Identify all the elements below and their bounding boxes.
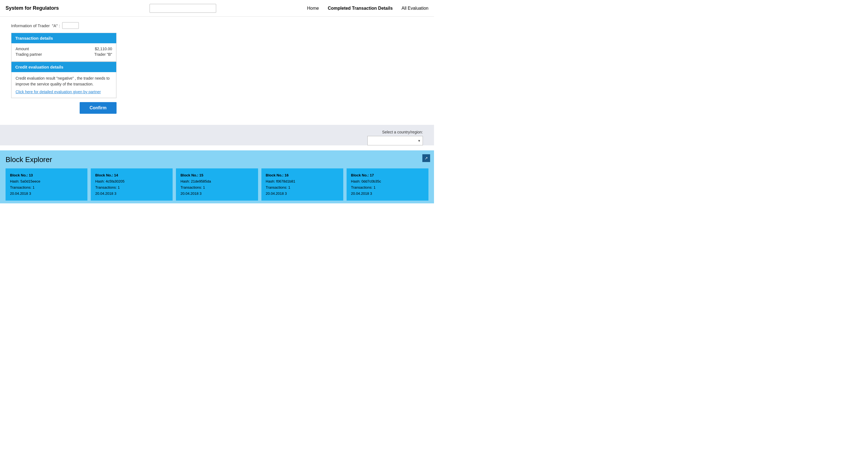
block-tx-4: Transactions: 1 bbox=[351, 185, 424, 191]
select-wrapper: China USA UK Germany France bbox=[367, 136, 423, 145]
credit-evaluation-card: Credit evaluation details Credit evaluat… bbox=[11, 62, 117, 98]
brand-title: System for Regulators bbox=[5, 5, 59, 11]
country-select-wrapper: China USA UK Germany France bbox=[11, 136, 423, 145]
transaction-details-header: Transaction details bbox=[11, 33, 116, 43]
main-content: Information of Trader "A" : Transaction … bbox=[0, 17, 434, 119]
blocks-row: Block No.: 13 Hash: 5a0d15eece Transacti… bbox=[5, 168, 429, 203]
block-no-4: Block No.: 17 bbox=[351, 172, 424, 178]
footer-section: Select a country/region: China USA UK Ge… bbox=[0, 125, 434, 145]
block-date-3: 20.04.2018 3 bbox=[266, 191, 339, 197]
credit-result-text: Credit evaluation result "negative" , th… bbox=[16, 75, 112, 87]
block-explorer-icon[interactable]: ↗ bbox=[422, 154, 430, 162]
block-tx-2: Transactions: 1 bbox=[180, 185, 253, 191]
block-tx-3: Transactions: 1 bbox=[266, 185, 339, 191]
block-date-0: 20.04.2018 3 bbox=[10, 191, 83, 197]
country-region-label: Select a country/region: bbox=[11, 130, 423, 134]
block-card-4: Block No.: 17 Hash: 0dd7c0b35c Transacti… bbox=[347, 168, 429, 201]
block-hash-2: Hash: 21de9585da bbox=[180, 178, 253, 185]
block-date-1: 20.04.2018 3 bbox=[95, 191, 168, 197]
block-date-2: 20.04.2018 3 bbox=[180, 191, 253, 197]
transaction-details-body: Amount $2,110.00 Trading partner Trader … bbox=[11, 43, 116, 61]
block-no-0: Block No.: 13 bbox=[10, 172, 83, 178]
credit-evaluation-body: Credit evaluation result "negative" , th… bbox=[11, 72, 116, 98]
amount-label: Amount bbox=[16, 46, 29, 51]
transaction-details-card: Transaction details Amount $2,110.00 Tra… bbox=[11, 33, 117, 62]
trader-name-text: "A" : bbox=[52, 23, 60, 28]
confirm-button[interactable]: Confirm bbox=[80, 102, 117, 114]
partner-label: Trading partner bbox=[16, 52, 42, 57]
block-card-0: Block No.: 13 Hash: 5a0d15eece Transacti… bbox=[5, 168, 87, 201]
trader-info-label: Information of Trader "A" : bbox=[11, 22, 423, 29]
block-hash-4: Hash: 0dd7c0b35c bbox=[351, 178, 424, 185]
block-hash-3: Hash: f0678d1b81 bbox=[266, 178, 339, 185]
search-wrapper bbox=[59, 4, 307, 13]
nav-links: Home Completed Transaction Details All E… bbox=[307, 6, 429, 11]
navbar: System for Regulators Home Completed Tra… bbox=[0, 0, 434, 17]
block-hash-1: Hash: 4c5fa30205 bbox=[95, 178, 168, 185]
nav-evaluation[interactable]: All Evaluation bbox=[402, 6, 429, 11]
partner-row: Trading partner Trader "B" bbox=[16, 52, 112, 57]
block-card-1: Block No.: 14 Hash: 4c5fa30205 Transacti… bbox=[91, 168, 173, 201]
nav-home[interactable]: Home bbox=[307, 6, 319, 11]
trader-name-input[interactable] bbox=[62, 22, 79, 29]
country-select[interactable]: China USA UK Germany France bbox=[367, 136, 423, 145]
nav-completed[interactable]: Completed Transaction Details bbox=[328, 6, 393, 11]
partner-value: Trader "B" bbox=[94, 52, 112, 57]
block-date-4: 20.04.2018 3 bbox=[351, 191, 424, 197]
block-tx-1: Transactions: 1 bbox=[95, 185, 168, 191]
trader-info-text: Information of Trader bbox=[11, 23, 50, 28]
block-no-2: Block No.: 15 bbox=[180, 172, 253, 178]
block-no-3: Block No.: 16 bbox=[266, 172, 339, 178]
block-card-2: Block No.: 15 Hash: 21de9585da Transacti… bbox=[176, 168, 258, 201]
amount-row: Amount $2,110.00 bbox=[16, 46, 112, 51]
block-explorer-section: Block Explorer ↗ Block No.: 13 Hash: 5a0… bbox=[0, 150, 434, 203]
confirm-btn-wrapper: Confirm bbox=[11, 102, 117, 114]
block-explorer-title: Block Explorer bbox=[5, 155, 429, 164]
block-tx-0: Transactions: 1 bbox=[10, 185, 83, 191]
credit-evaluation-header: Credit evaluation details bbox=[11, 62, 116, 72]
amount-value: $2,110.00 bbox=[95, 46, 112, 51]
search-input[interactable] bbox=[150, 4, 216, 13]
credit-detail-link[interactable]: Click here for detailed evaluation given… bbox=[16, 90, 101, 94]
block-no-1: Block No.: 14 bbox=[95, 172, 168, 178]
block-hash-0: Hash: 5a0d15eece bbox=[10, 178, 83, 185]
block-card-3: Block No.: 16 Hash: f0678d1b81 Transacti… bbox=[261, 168, 343, 201]
